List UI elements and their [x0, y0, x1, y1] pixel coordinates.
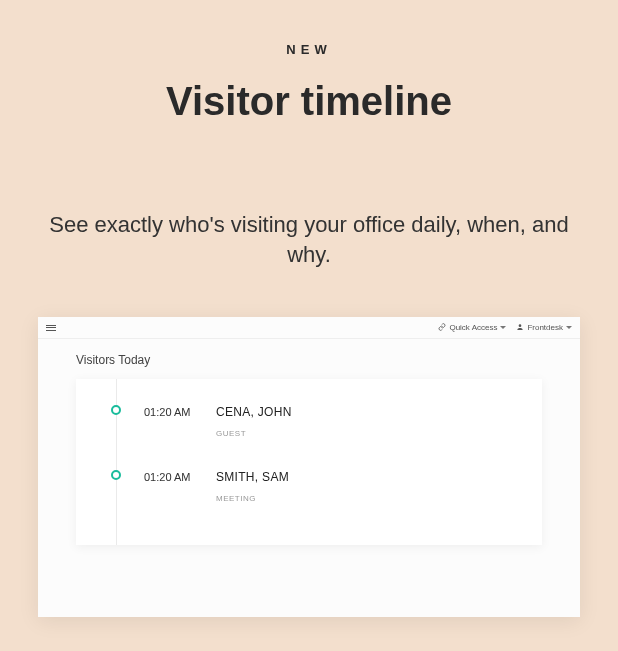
eyebrow-label: NEW	[0, 42, 618, 57]
entry-name: SMITH, SAM	[216, 470, 522, 484]
topbar: Quick Access Frontdesk	[38, 317, 580, 339]
timeline-entry[interactable]: 01:20 AM CENA, JOHN GUEST	[96, 397, 522, 462]
entry-type: MEETING	[216, 494, 522, 503]
timeline-entry[interactable]: 01:20 AM SMITH, SAM MEETING	[96, 462, 522, 527]
entry-name: CENA, JOHN	[216, 405, 522, 419]
chevron-down-icon	[500, 326, 506, 329]
svg-point-0	[519, 324, 522, 327]
quick-access-menu[interactable]: Quick Access	[438, 323, 506, 333]
link-icon	[438, 323, 446, 333]
user-icon	[516, 323, 524, 333]
page-title: Visitor timeline	[0, 79, 618, 124]
chevron-down-icon	[566, 326, 572, 329]
user-label: Frontdesk	[527, 323, 563, 332]
menu-icon[interactable]	[46, 325, 56, 331]
entry-time: 01:20 AM	[144, 405, 216, 418]
timeline-dot-icon	[111, 405, 121, 415]
page-subtitle: See exactly who's visiting your office d…	[0, 210, 618, 269]
user-menu[interactable]: Frontdesk	[516, 323, 572, 333]
quick-access-label: Quick Access	[449, 323, 497, 332]
timeline-card: 01:20 AM CENA, JOHN GUEST 01:20 AM SMITH…	[76, 379, 542, 545]
entry-type: GUEST	[216, 429, 522, 438]
app-window: Quick Access Frontdesk Visitors Today 01…	[38, 317, 580, 617]
section-title: Visitors Today	[76, 353, 542, 367]
timeline-dot-icon	[111, 470, 121, 480]
entry-time: 01:20 AM	[144, 470, 216, 483]
